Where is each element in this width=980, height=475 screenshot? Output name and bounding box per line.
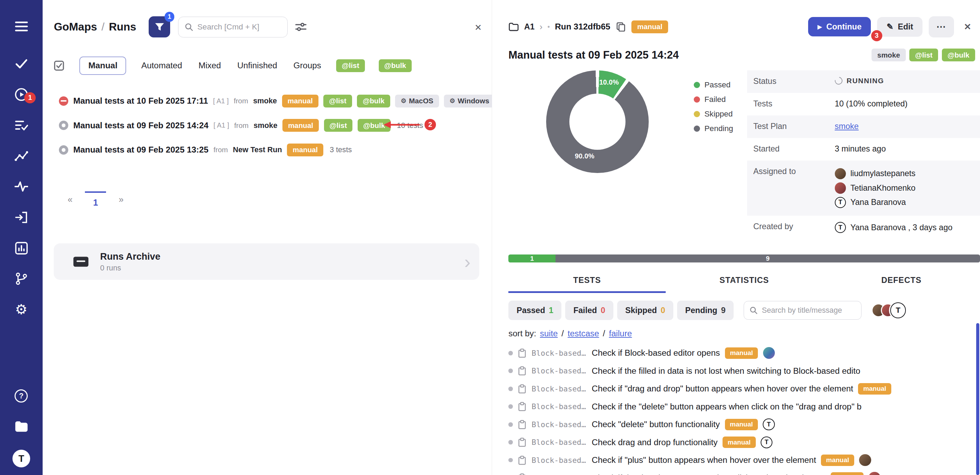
bulk-tag: @bulk	[942, 49, 975, 61]
close-detail-button[interactable]: ✕	[960, 17, 975, 37]
assignee[interactable]: TetianaKhomenko	[835, 182, 916, 194]
test-row[interactable]: Block-based… Check if the filled in data…	[508, 362, 900, 379]
list-tag: @list	[324, 119, 353, 132]
run-actions: ▶ Continue ✎ Edit ⋯ ✕	[808, 16, 975, 37]
test-row[interactable]: Block-based… Check drag and drop functio…	[508, 434, 900, 451]
filter-skipped-button[interactable]: Skipped0	[617, 301, 673, 320]
sort-by-failure-link[interactable]: failure	[609, 329, 632, 338]
sort-by-testcase-link[interactable]: testcase	[568, 329, 599, 338]
test-status-dot	[508, 387, 513, 391]
search-icon	[749, 306, 757, 314]
test-row[interactable]: Block-based… Check "delete" button funct…	[508, 415, 900, 433]
avatar: T	[760, 437, 772, 448]
test-row[interactable]: Block-based… Check if the "delete" butto…	[508, 398, 900, 415]
clipboard-icon	[518, 366, 527, 376]
clipboard-icon	[518, 473, 527, 475]
clipboard-icon	[518, 419, 527, 430]
test-row[interactable]: Block-based… Check if the dropdown appea…	[508, 469, 900, 475]
test-row[interactable]: Block-based… Check if "drag and drop" bu…	[508, 379, 900, 397]
tab-manual[interactable]: Manual	[80, 56, 126, 75]
test-cases-icon[interactable]	[14, 56, 29, 72]
continue-button[interactable]: ▶ Continue	[808, 17, 871, 37]
assignee[interactable]: liudmylastepanets	[835, 168, 916, 180]
avatar	[835, 168, 846, 180]
info-row-status: Status RUNNING	[747, 70, 980, 93]
suite-crumb[interactable]: A1	[524, 22, 535, 32]
filter-failed-button[interactable]: Failed0	[565, 301, 613, 320]
run-plan-name: smoke	[253, 96, 277, 105]
config-tag-windows: ⚙Windows	[444, 95, 495, 107]
workspace-avatar-letter: T	[18, 453, 24, 464]
run-plan-name: smoke	[254, 121, 278, 130]
donut-pending-label: 90.0%	[575, 152, 594, 160]
run-title: Manual tests at 10 Feb 2025 17:11	[73, 96, 208, 106]
run-title: Manual tests at 09 Feb 2025 14:24	[508, 49, 679, 61]
runs-search-input[interactable]	[197, 22, 282, 32]
run-from-label: from	[234, 121, 249, 130]
config-label: MacOS	[409, 96, 433, 106]
tab-tests[interactable]: TESTS	[508, 270, 666, 293]
close-panel-button[interactable]: ✕	[474, 22, 482, 33]
clipboard-icon	[518, 455, 527, 465]
trend-chart-icon[interactable]	[14, 148, 29, 163]
breadcrumb: GoMaps / Runs	[54, 21, 136, 33]
run-titlebar: Manual tests at 09 Feb 2025 14:24 smoke …	[508, 49, 975, 61]
project-name[interactable]: GoMaps	[54, 21, 97, 33]
test-status-dot	[508, 440, 513, 445]
archive-title: Runs Archive	[100, 251, 161, 262]
settings-gear-icon[interactable]: ⚙	[14, 302, 29, 317]
tab-automated[interactable]: Automated	[140, 56, 183, 75]
filter-button[interactable]: 1	[149, 16, 170, 37]
tab-groups[interactable]: Groups	[292, 56, 322, 75]
test-row[interactable]: Block-based… Check if Block-based editor…	[508, 344, 900, 362]
annotation-arrow-2	[383, 121, 421, 129]
activity-pulse-icon[interactable]	[14, 179, 29, 194]
integrations-branch-icon[interactable]	[14, 271, 29, 286]
assignee[interactable]: TYana Baranova	[835, 197, 916, 208]
page-number-1[interactable]: 1	[85, 191, 106, 208]
next-page-button[interactable]: »	[115, 191, 127, 209]
edit-button[interactable]: ✎ Edit	[877, 17, 923, 37]
help-icon[interactable]: ?	[14, 388, 29, 403]
scrollbar-thumb[interactable]	[976, 323, 979, 475]
results-checklist-icon[interactable]	[14, 118, 29, 133]
tests-search-input[interactable]	[762, 306, 856, 315]
tag-filter-list[interactable]: @list	[336, 59, 365, 72]
tab-defects[interactable]: DEFECTS	[822, 270, 980, 293]
tab-unfinished[interactable]: Unfinished	[236, 56, 278, 75]
filter-passed-button[interactable]: Passed1	[508, 301, 562, 320]
tab-mixed[interactable]: Mixed	[197, 56, 222, 75]
test-row[interactable]: Block-based… Check if "plus" button appe…	[508, 451, 900, 469]
continue-label: Continue	[826, 22, 862, 32]
test-status-dot	[508, 368, 513, 373]
filter-pending-button[interactable]: Pending9	[677, 301, 734, 320]
tag-filter-bulk[interactable]: @bulk	[379, 59, 412, 72]
gear-glyph: ⚙	[15, 303, 28, 317]
search-settings-icon[interactable]	[295, 22, 307, 32]
copy-run-id-button[interactable]	[616, 21, 627, 33]
projects-folder-icon[interactable]	[14, 419, 29, 434]
sort-by-suite-link[interactable]: suite	[540, 329, 558, 338]
run-row[interactable]: Manual tests at 10 Feb 2025 17:11 [ A1 ]…	[54, 89, 492, 113]
import-export-icon[interactable]	[14, 210, 29, 225]
bulk-tag: @bulk	[357, 95, 390, 107]
more-actions-button[interactable]: ⋯	[929, 16, 954, 37]
prev-page-button[interactable]: «	[64, 191, 76, 209]
avatar	[859, 454, 871, 466]
assignee-avatar-stack[interactable]: T	[872, 302, 906, 318]
menu-icon[interactable]	[14, 19, 29, 33]
tab-statistics[interactable]: STATISTICS	[666, 270, 823, 293]
legend-passed: Passed	[694, 80, 733, 89]
legend-pending: Pending	[694, 124, 733, 133]
run-row[interactable]: Manual tests at 09 Feb 2025 13:25 from N…	[54, 138, 492, 162]
reports-icon[interactable]	[14, 241, 29, 255]
test-status-dot	[508, 458, 513, 462]
workspace-avatar[interactable]: T	[13, 450, 30, 467]
config-tag-macos: ⚙MacOS	[395, 95, 439, 107]
test-plan-link[interactable]: smoke	[835, 122, 859, 131]
run-from-label: from	[234, 97, 248, 105]
bulk-select-icon[interactable]	[54, 61, 64, 71]
avatar: T	[890, 302, 906, 318]
runs-archive-card[interactable]: Runs Archive 0 runs ›	[54, 243, 479, 280]
manual-tag: manual	[821, 454, 854, 466]
